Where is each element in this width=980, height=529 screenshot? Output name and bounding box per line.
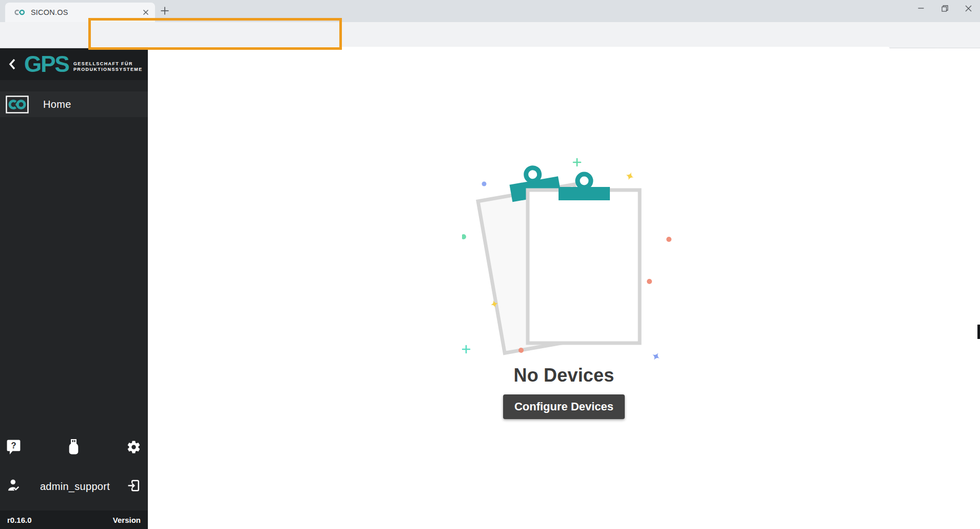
sidebar: GPS GESELLSCHAFT FÜR PRODUKTIONSSYSTEME …: [0, 48, 148, 529]
tab-bar: SICON.OS: [0, 0, 980, 22]
tab-sicon-os[interactable]: SICON.OS: [5, 3, 155, 22]
new-tab-icon[interactable]: [160, 6, 169, 15]
browser-window: SICON.OS: [0, 0, 980, 529]
settings-gear-icon[interactable]: [126, 440, 141, 457]
username-label: admin_support: [40, 481, 110, 493]
tab-close-icon[interactable]: [142, 8, 150, 16]
collapse-sidebar-icon[interactable]: [8, 58, 16, 70]
sidebar-user-row[interactable]: admin_support: [0, 475, 148, 498]
configure-devices-button[interactable]: Configure Devices: [503, 394, 625, 419]
sidebar-tools: ?: [0, 437, 148, 459]
gps-subtitle-line2: PRODUKTIONSSYSTEME: [73, 67, 143, 72]
sidebar-header: GPS GESELLSCHAFT FÜR PRODUKTIONSSYSTEME: [0, 48, 148, 80]
sidebar-item-home-label: Home: [43, 99, 71, 110]
gps-logo: GPS: [24, 53, 69, 75]
help-question-glyph: ?: [11, 441, 16, 450]
empty-clipboards-illustration: [462, 149, 678, 365]
empty-state-title: No Devices: [148, 365, 980, 386]
tab-title: SICON.OS: [31, 8, 68, 16]
gps-subtitle-line1: GESELLSCHAFT FÜR: [73, 61, 143, 67]
browser-toolbar: Not secure | https://siconos-cb9b.local/…: [0, 22, 980, 48]
version-value: r0.16.0: [7, 516, 32, 524]
usb-device-icon[interactable]: [67, 439, 80, 457]
sidebar-item-home[interactable]: Home: [0, 91, 148, 117]
logout-icon[interactable]: [127, 479, 141, 495]
close-window-icon[interactable]: [956, 0, 980, 16]
minimize-icon[interactable]: [909, 0, 933, 16]
mouse-cursor: [977, 325, 980, 339]
sicon-os-favicon-icon: [14, 9, 26, 16]
gps-logo-subtitle: GESELLSCHAFT FÜR PRODUKTIONSSYSTEME: [73, 61, 143, 72]
sicon-os-logo-icon: [6, 96, 29, 114]
restore-icon[interactable]: [933, 0, 956, 16]
help-icon[interactable]: ?: [7, 439, 21, 457]
window-controls: [909, 0, 980, 16]
version-bar: r0.16.0 Version: [0, 511, 148, 529]
user-check-icon: [7, 479, 23, 495]
version-label: Version: [113, 516, 141, 524]
main-content: No Devices Configure Devices: [148, 48, 980, 529]
